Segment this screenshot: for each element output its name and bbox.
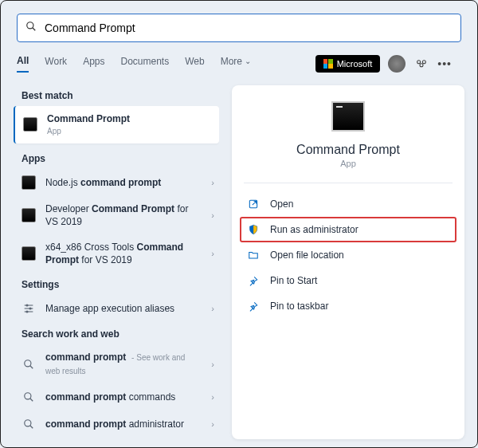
- filter-tabs: All Work Apps Documents Web More Microso…: [1, 55, 477, 73]
- action-label: Open file location: [270, 250, 344, 261]
- search-input[interactable]: [45, 22, 453, 34]
- section-apps: Apps: [22, 153, 219, 164]
- chevron-right-icon: ›: [211, 249, 214, 258]
- command-prompt-icon: [23, 117, 37, 132]
- best-match-result[interactable]: Command Prompt App: [14, 106, 219, 143]
- chevron-right-icon: ›: [211, 392, 214, 402]
- divider: [244, 183, 453, 183]
- tab-apps[interactable]: Apps: [83, 56, 104, 72]
- section-search-web: Search work and web: [22, 328, 219, 340]
- open-icon: [246, 198, 261, 210]
- apps-result[interactable]: Developer Command Prompt for VS 2019 ›: [14, 196, 219, 234]
- result-label: command prompt commands: [45, 391, 211, 403]
- web-result[interactable]: command prompt commands ›: [14, 383, 219, 411]
- svg-point-13: [25, 393, 31, 399]
- command-prompt-icon: [22, 208, 36, 222]
- command-prompt-icon: [22, 175, 36, 190]
- preview-title: Command Prompt: [296, 143, 400, 157]
- web-result[interactable]: command prompt - See work and web result…: [14, 344, 219, 383]
- svg-point-3: [423, 60, 426, 63]
- preview-actions: Open Run as administrator Open file loca…: [232, 191, 464, 319]
- result-label: Developer Command Prompt for VS 2019: [45, 202, 211, 228]
- svg-point-9: [29, 308, 31, 309]
- apps-result[interactable]: x64_x86 Cross Tools Command Prompt for V…: [14, 234, 219, 273]
- action-label: Run as administrator: [270, 224, 358, 235]
- action-loc[interactable]: Open file location: [240, 242, 456, 268]
- preview-subtitle: App: [340, 159, 356, 168]
- groups-icon[interactable]: [415, 57, 428, 72]
- search-icon: [22, 390, 36, 404]
- svg-line-14: [30, 399, 33, 402]
- svg-point-10: [26, 311, 28, 312]
- settings-result[interactable]: Manage app execution aliases ›: [14, 295, 219, 322]
- preview-panel: Command Prompt App Open Run as administr…: [232, 85, 464, 439]
- section-best-match: Best match: [22, 90, 219, 101]
- tab-web[interactable]: Web: [185, 56, 204, 72]
- results-panel: Best match Command Prompt App Apps Node.…: [14, 85, 219, 439]
- microsoft-logo-icon: [323, 59, 333, 69]
- result-label: Node.js command prompt: [45, 176, 211, 189]
- result-label: x64_x86 Cross Tools Command Prompt for V…: [45, 241, 211, 266]
- action-label: Pin to taskbar: [270, 301, 328, 312]
- result-label: command prompt administrator: [45, 418, 211, 430]
- tab-more[interactable]: More: [221, 56, 251, 72]
- chevron-right-icon: ›: [211, 419, 214, 429]
- section-settings: Settings: [22, 279, 219, 290]
- best-match-text: Command Prompt App: [47, 112, 211, 137]
- search-icon: [22, 417, 36, 431]
- preview-app-icon: [331, 101, 365, 132]
- pin-icon: [246, 275, 261, 286]
- microsoft-badge[interactable]: Microsoft: [315, 55, 381, 73]
- more-options-icon[interactable]: •••: [437, 57, 452, 70]
- action-label: Pin to Start: [270, 275, 317, 286]
- command-prompt-icon: [22, 246, 36, 261]
- svg-point-8: [26, 305, 28, 306]
- microsoft-badge-label: Microsoft: [337, 59, 373, 69]
- chevron-right-icon: ›: [211, 304, 214, 313]
- search-bar[interactable]: [17, 14, 461, 42]
- chevron-right-icon: ›: [211, 178, 214, 187]
- chevron-right-icon: ›: [211, 360, 214, 369]
- user-avatar[interactable]: [388, 55, 406, 73]
- web-result[interactable]: command prompt administrator ›: [14, 411, 219, 438]
- svg-point-2: [417, 60, 421, 63]
- svg-line-16: [30, 426, 33, 429]
- svg-point-15: [25, 420, 31, 426]
- tab-work[interactable]: Work: [45, 56, 67, 72]
- shield-icon: [246, 224, 261, 235]
- pin-icon: [246, 301, 261, 312]
- svg-line-12: [30, 365, 33, 368]
- svg-point-0: [27, 22, 33, 29]
- action-admin[interactable]: Run as administrator: [240, 217, 456, 242]
- action-pinstart[interactable]: Pin to Start: [240, 268, 456, 293]
- action-label: Open: [270, 198, 293, 210]
- list-settings-icon: [22, 301, 36, 316]
- search-icon: [25, 21, 37, 35]
- action-open[interactable]: Open: [240, 191, 456, 217]
- tab-all[interactable]: All: [17, 55, 29, 73]
- chevron-right-icon: ›: [211, 210, 214, 220]
- result-label: Manage app execution aliases: [45, 302, 211, 315]
- svg-point-4: [420, 63, 423, 66]
- svg-line-1: [33, 28, 36, 31]
- tab-documents[interactable]: Documents: [120, 56, 169, 72]
- folder-icon: [246, 250, 261, 261]
- svg-point-11: [25, 360, 31, 366]
- action-pintask[interactable]: Pin to taskbar: [240, 293, 456, 319]
- search-icon: [22, 357, 36, 371]
- apps-result[interactable]: Node.js command prompt ›: [14, 169, 219, 196]
- result-label: command prompt - See work and web result…: [45, 351, 211, 376]
